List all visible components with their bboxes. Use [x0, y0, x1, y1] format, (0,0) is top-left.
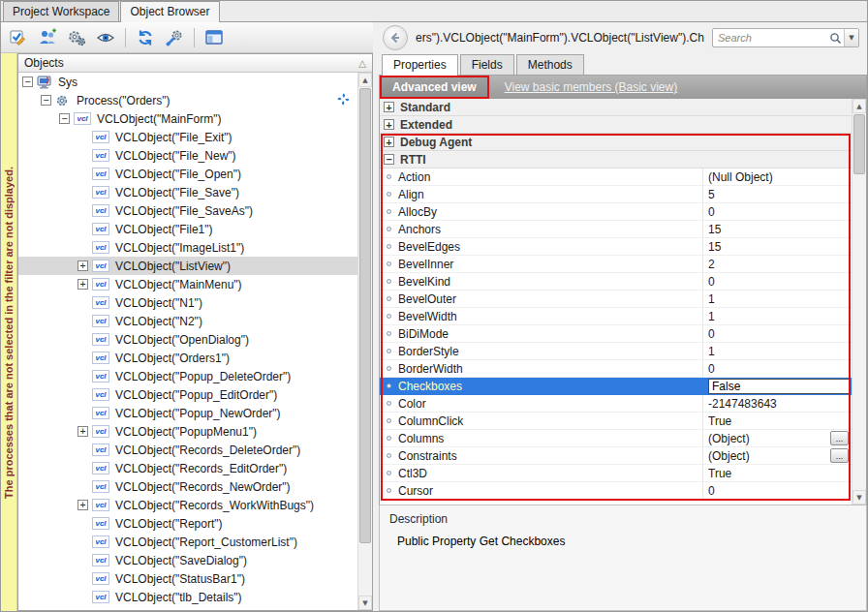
property-row[interactable]: ColumnClickTrue: [380, 413, 852, 430]
scrollbar-thumb[interactable]: [853, 114, 865, 174]
category-expander-icon[interactable]: +: [384, 119, 394, 130]
tree-item[interactable]: vclVCLObject("File1"): [18, 220, 357, 238]
tree-scrollbar[interactable]: ▲ ▼: [357, 73, 372, 610]
tree-expander-icon[interactable]: −: [41, 95, 51, 106]
property-row[interactable]: Align5: [380, 186, 852, 203]
tree-item[interactable]: vclVCLObject("Report"): [18, 514, 357, 533]
advanced-view-button[interactable]: Advanced view: [380, 76, 489, 99]
tree-item[interactable]: vclVCLObject("Popup_DeleteOrder"): [18, 367, 357, 385]
sort-indicator-icon[interactable]: △: [358, 58, 366, 69]
category-expander-icon[interactable]: +: [384, 102, 394, 112]
tree-item[interactable]: vclVCLObject("Orders1"): [18, 349, 357, 367]
tree-item[interactable]: vclVCLObject("File_Save"): [18, 183, 357, 201]
tab-object-browser[interactable]: Object Browser: [120, 1, 219, 22]
tree-item[interactable]: −vclVCLObject("MainForm"): [18, 109, 357, 128]
ellipsis-button[interactable]: ...: [830, 431, 849, 445]
scroll-up-icon[interactable]: ▲: [852, 99, 866, 113]
tree-item[interactable]: vclVCLObject("Popup_EditOrder"): [18, 385, 357, 404]
property-category-row[interactable]: +Extended: [380, 116, 852, 134]
property-row[interactable]: CheckboxesFalse: [380, 378, 852, 395]
property-value: True: [708, 467, 731, 480]
property-row[interactable]: Cursor0: [380, 482, 852, 500]
refresh-icon[interactable]: [133, 25, 158, 50]
property-row[interactable]: BorderWidth0: [380, 360, 852, 378]
tree-item[interactable]: vclVCLObject("N2"): [18, 312, 357, 330]
tree-expander-icon[interactable]: +: [78, 279, 88, 290]
tree-item[interactable]: vclVCLObject("SaveDialog"): [18, 551, 357, 569]
property-row[interactable]: BevelOuter1: [380, 291, 852, 308]
tree-item[interactable]: vclVCLObject("Records_DeleteOrder"): [18, 441, 357, 459]
scroll-down-icon[interactable]: ▼: [358, 596, 372, 610]
search-dropdown-icon[interactable]: ▼: [844, 29, 858, 46]
tree-item[interactable]: −Sys: [18, 73, 357, 91]
property-category-row[interactable]: +Standard: [380, 99, 852, 116]
property-row[interactable]: BorderStyle1: [380, 343, 852, 360]
tree-item[interactable]: vclVCLObject("Popup_NewOrder"): [18, 404, 357, 422]
property-row[interactable]: BevelKind0: [380, 273, 852, 291]
property-row[interactable]: Color-2147483643: [380, 395, 852, 413]
property-category-row[interactable]: +Debug Agent: [380, 134, 852, 151]
property-row[interactable]: Columns(Object)...: [380, 430, 852, 447]
tree-item[interactable]: vclVCLObject("ImageList1"): [18, 238, 357, 257]
tree-item[interactable]: −Process("Orders"): [18, 91, 357, 109]
property-row[interactable]: Anchors15: [380, 221, 852, 238]
tree-item[interactable]: vclVCLObject("StatusBar1"): [18, 569, 357, 588]
tree-item[interactable]: vclVCLObject("OpenDialog"): [18, 330, 357, 349]
tree-item[interactable]: +vclVCLObject("MainMenu"): [18, 275, 357, 293]
options-tools-icon[interactable]: [162, 25, 187, 50]
tree-item[interactable]: vclVCLObject("Report_CustomerList"): [18, 533, 357, 551]
tree-item[interactable]: vclVCLObject("File_SaveAs"): [18, 201, 357, 220]
tab-properties[interactable]: Properties: [382, 54, 458, 76]
property-category-row[interactable]: −RTTI: [380, 151, 852, 168]
scroll-down-icon[interactable]: ▼: [852, 490, 866, 505]
add-process-icon[interactable]: [35, 25, 60, 50]
tree-item[interactable]: vclVCLObject("N1"): [18, 293, 357, 312]
tree-item[interactable]: +vclVCLObject("Records_WorkWithBugs"): [18, 496, 357, 514]
tree-expander-icon[interactable]: −: [59, 113, 70, 124]
scroll-up-icon[interactable]: ▲: [358, 73, 372, 87]
back-button[interactable]: [383, 25, 408, 50]
tab-fields[interactable]: Fields: [460, 54, 514, 75]
property-row[interactable]: Ctl3DTrue: [380, 465, 852, 482]
tree-item[interactable]: vclVCLObject("File_Exit"): [18, 128, 357, 146]
property-row[interactable]: BiDiMode0: [380, 325, 852, 343]
tree-item[interactable]: vclVCLObject("File_Open"): [18, 165, 357, 183]
property-row[interactable]: BevelInner2: [380, 256, 852, 273]
basic-view-link[interactable]: View basic members (Basic view): [505, 76, 678, 99]
checkpoint-wizard-icon[interactable]: [6, 25, 31, 50]
search-input[interactable]: [718, 32, 827, 44]
property-name: BevelWidth: [398, 310, 457, 323]
tree-expander-icon[interactable]: +: [78, 426, 88, 437]
tree-expander-icon[interactable]: +: [78, 500, 88, 510]
category-expander-icon[interactable]: +: [384, 137, 394, 147]
tree-item[interactable]: vclVCLObject("File_New"): [18, 146, 357, 165]
tree-item[interactable]: vclVCLObject("Records_EditOrder"): [18, 459, 357, 477]
tree-item[interactable]: vclVCLObject("Records_NewOrder"): [18, 477, 357, 496]
property-row[interactable]: Constraints(Object)...: [380, 447, 852, 465]
property-row[interactable]: BevelWidth1: [380, 308, 852, 325]
objects-panel-header[interactable]: Objects △: [18, 54, 372, 73]
tree-expander-icon[interactable]: +: [78, 260, 88, 271]
property-row[interactable]: Action(Null Object): [380, 168, 852, 186]
settings-gears-icon[interactable]: [64, 25, 89, 50]
tab-methods[interactable]: Methods: [516, 54, 584, 75]
tree-item-label: VCLObject("ListView"): [113, 260, 232, 273]
grid-scrollbar[interactable]: ▲ ▼: [852, 99, 866, 505]
property-row[interactable]: AllocBy0: [380, 203, 852, 221]
property-value-editor[interactable]: False: [708, 379, 851, 394]
tree-item[interactable]: vclVCLObject("tlb_Details"): [18, 588, 357, 606]
property-value: 1: [708, 310, 715, 323]
property-name: AllocBy: [398, 205, 437, 219]
category-expander-icon[interactable]: −: [384, 154, 394, 165]
tree-item[interactable]: +vclVCLObject("ListView"): [18, 257, 357, 275]
scrollbar-thumb[interactable]: [359, 88, 371, 543]
property-row[interactable]: BevelEdges15: [380, 238, 852, 256]
highlight-object-icon[interactable]: [93, 25, 118, 50]
tree-item-label: VCLObject("Report_CustomerList"): [113, 536, 299, 549]
tab-project-workspace[interactable]: Project Workspace: [3, 1, 119, 21]
tree-item[interactable]: +vclVCLObject("PopupMenu1"): [18, 422, 357, 441]
property-value-cell: 0: [703, 325, 852, 342]
tree-expander-icon[interactable]: −: [22, 76, 33, 87]
panel-layout-icon[interactable]: [202, 25, 227, 50]
ellipsis-button[interactable]: ...: [830, 448, 849, 463]
